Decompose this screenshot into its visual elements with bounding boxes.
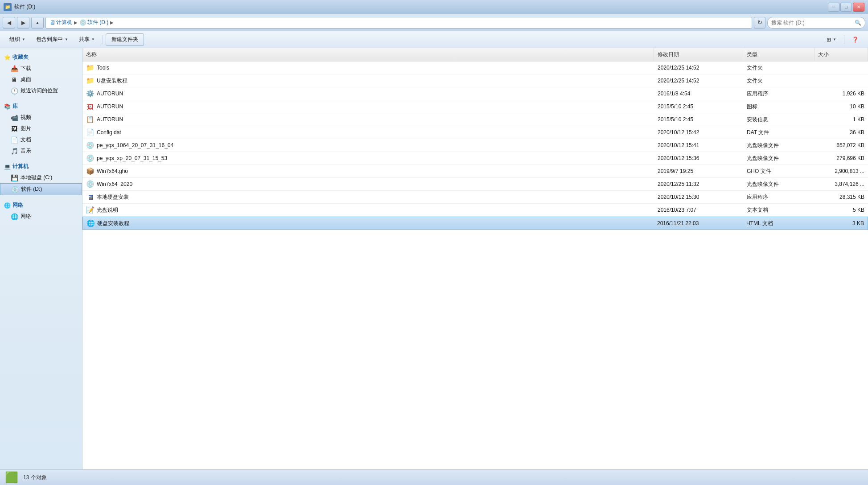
file-name-cell: 📁 Tools — [82, 62, 654, 74]
file-type-icon: 🌐 — [86, 219, 95, 227]
minimize-button[interactable]: ─ — [828, 3, 839, 12]
breadcrumb-computer[interactable]: 🖥 计算机 — [49, 19, 72, 26]
file-name-text: AUTORUN — [97, 90, 123, 97]
sidebar-item-drive-c[interactable]: 💾 本地磁盘 (C:) — [0, 172, 82, 183]
file-date-cell: 2020/10/12 15:30 — [654, 191, 743, 203]
file-date-cell: 2020/12/25 11:32 — [654, 178, 743, 190]
file-row[interactable]: 📋 AUTORUN 2015/5/10 2:45 安装信息 1 KB — [82, 113, 868, 126]
file-row[interactable]: 📄 Config.dat 2020/10/12 15:42 DAT 文件 36 … — [82, 126, 868, 139]
file-row[interactable]: 📦 Win7x64.gho 2019/9/7 19:25 GHO 文件 2,90… — [82, 165, 868, 178]
close-button[interactable]: ✕ — [853, 3, 864, 12]
file-type-cell: 安装信息 — [743, 113, 815, 126]
back-button[interactable]: ◀ — [3, 17, 15, 29]
search-icon: 🔍 — [855, 20, 861, 26]
file-row[interactable]: 🌐 硬盘安装教程 2016/11/21 22:03 HTML 文档 3 KB — [82, 217, 868, 230]
sidebar-item-desktop[interactable]: 🖥 桌面 — [0, 74, 82, 85]
include-library-dropdown-arrow: ▼ — [65, 37, 68, 41]
organize-button[interactable]: 组织 ▼ — [4, 33, 30, 46]
file-row[interactable]: 🖥 本地硬盘安装 2020/10/12 15:30 应用程序 28,315 KB — [82, 191, 868, 204]
main-layout: ⭐ 收藏夹 📥 下载 🖥 桌面 🕐 最近访问的位置 📚 库 — [0, 48, 868, 469]
file-date-cell: 2015/5/10 2:45 — [654, 113, 743, 126]
col-header-size[interactable]: 大小 — [815, 48, 868, 61]
file-row[interactable]: 🖼 AUTORUN 2015/5/10 2:45 图标 10 KB — [82, 100, 868, 113]
sidebar-item-pictures[interactable]: 🖼 图片 — [0, 123, 82, 134]
star-icon: ⭐ — [4, 54, 11, 61]
file-type-cell: 应用程序 — [743, 191, 815, 203]
sidebar-header-library[interactable]: 📚 库 — [0, 101, 82, 112]
file-name-cell: ⚙️ AUTORUN — [82, 87, 654, 100]
file-date-cell: 2019/9/7 19:25 — [654, 165, 743, 177]
file-type-cell: 应用程序 — [743, 87, 815, 100]
sidebar-item-downloads[interactable]: 📥 下载 — [0, 63, 82, 74]
file-row[interactable]: 💿 pe_yqs_1064_20_07_31_16_04 2020/10/12 … — [82, 139, 868, 152]
col-header-type[interactable]: 类型 — [743, 48, 815, 61]
file-date-cell: 2015/5/10 2:45 — [654, 100, 743, 113]
col-header-date[interactable]: 修改日期 — [654, 48, 743, 61]
refresh-button[interactable]: ↻ — [754, 17, 765, 29]
file-type-icon: 📋 — [86, 115, 94, 123]
file-name-cell: 📝 光盘说明 — [82, 204, 654, 216]
search-input[interactable] — [771, 20, 853, 26]
file-row[interactable]: 📁 U盘安装教程 2020/12/25 14:52 文件夹 — [82, 74, 868, 87]
file-type-cell: 文件夹 — [743, 62, 815, 74]
sidebar-header-favorites[interactable]: ⭐ 收藏夹 — [0, 52, 82, 63]
file-row[interactable]: 💿 Win7x64_2020 2020/12/25 11:32 光盘映像文件 3… — [82, 178, 868, 191]
title-bar-left: 📁 软件 (D:) — [4, 3, 35, 11]
sidebar-item-network[interactable]: 🌐 网络 — [0, 211, 82, 222]
drive-c-icon: 💾 — [11, 174, 18, 181]
music-icon: 🎵 — [11, 148, 18, 155]
file-row[interactable]: 💿 pe_yqs_xp_20_07_31_15_53 2020/10/12 15… — [82, 152, 868, 165]
file-name-cell: 💿 pe_yqs_1064_20_07_31_16_04 — [82, 139, 654, 152]
breadcrumb-drive[interactable]: 💿 软件 (D:) — [79, 19, 108, 26]
sidebar-item-drive-d[interactable]: 💿 软件 (D:) — [0, 183, 82, 195]
toolbar-divider-2 — [844, 35, 844, 44]
file-size-cell: 36 KB — [815, 126, 868, 139]
sidebar-item-music[interactable]: 🎵 音乐 — [0, 145, 82, 156]
file-type-cell: 文本文档 — [743, 204, 815, 216]
network-item-icon: 🌐 — [11, 213, 18, 220]
file-date-cell: 2016/11/21 22:03 — [654, 217, 743, 230]
file-list-container: 名称 修改日期 类型 大小 📁 Tools 2020/12/25 14:52 文… — [82, 48, 868, 469]
file-name-cell: 📁 U盘安装教程 — [82, 74, 654, 87]
file-list-header: 名称 修改日期 类型 大小 — [82, 48, 868, 62]
col-header-name[interactable]: 名称 — [82, 48, 654, 61]
download-icon: 📥 — [11, 65, 18, 72]
file-name-text: Win7x64_2020 — [97, 181, 132, 187]
file-date-cell: 2016/1/8 4:54 — [654, 87, 743, 100]
file-name-text: Win7x64.gho — [97, 168, 128, 174]
sidebar-header-network[interactable]: 🌐 网络 — [0, 200, 82, 211]
file-type-cell: 文件夹 — [743, 74, 815, 87]
file-type-cell: GHO 文件 — [743, 165, 815, 177]
sidebar-item-video[interactable]: 📹 视频 — [0, 112, 82, 123]
file-name-text: Config.dat — [97, 129, 121, 136]
file-row[interactable]: 📝 光盘说明 2016/10/23 7:07 文本文档 5 KB — [82, 204, 868, 217]
file-name-cell: 🖥 本地硬盘安装 — [82, 191, 654, 203]
file-name-cell: 📄 Config.dat — [82, 126, 654, 139]
file-name-text: AUTORUN — [97, 103, 123, 110]
desktop-icon: 🖥 — [11, 76, 18, 83]
include-library-button[interactable]: 包含到库中 ▼ — [31, 33, 73, 46]
file-name-text: U盘安装教程 — [97, 77, 128, 85]
file-rows-container: 📁 Tools 2020/12/25 14:52 文件夹 📁 U盘安装教程 20… — [82, 62, 868, 230]
documents-icon: 📄 — [11, 136, 18, 144]
sidebar-section-network: 🌐 网络 🌐 网络 — [0, 200, 82, 222]
sidebar-header-computer[interactable]: 💻 计算机 — [0, 161, 82, 172]
recent-icon: 🕐 — [11, 87, 18, 95]
file-name-text: 本地硬盘安装 — [97, 193, 129, 201]
share-button[interactable]: 共享 ▼ — [74, 33, 100, 46]
file-size-cell: 2,900,813 ... — [815, 165, 868, 177]
maximize-button[interactable]: □ — [840, 3, 852, 12]
up-button[interactable]: ▲ — [31, 17, 44, 29]
breadcrumb-sep-2: ▶ — [110, 20, 114, 25]
sidebar-item-documents[interactable]: 📄 文档 — [0, 134, 82, 145]
help-button[interactable]: ❓ — [847, 33, 864, 46]
new-folder-button[interactable]: 新建文件夹 — [106, 33, 144, 46]
pictures-icon: 🖼 — [11, 125, 18, 132]
sidebar-item-recent[interactable]: 🕐 最近访问的位置 — [0, 85, 82, 96]
file-name-cell: 🌐 硬盘安装教程 — [83, 217, 654, 230]
view-options-button[interactable]: ⊞ ▼ — [822, 33, 841, 46]
file-date-cell: 2020/12/25 14:52 — [654, 74, 743, 87]
forward-button[interactable]: ▶ — [17, 17, 29, 29]
file-row[interactable]: 📁 Tools 2020/12/25 14:52 文件夹 — [82, 62, 868, 74]
file-row[interactable]: ⚙️ AUTORUN 2016/1/8 4:54 应用程序 1,926 KB — [82, 87, 868, 100]
